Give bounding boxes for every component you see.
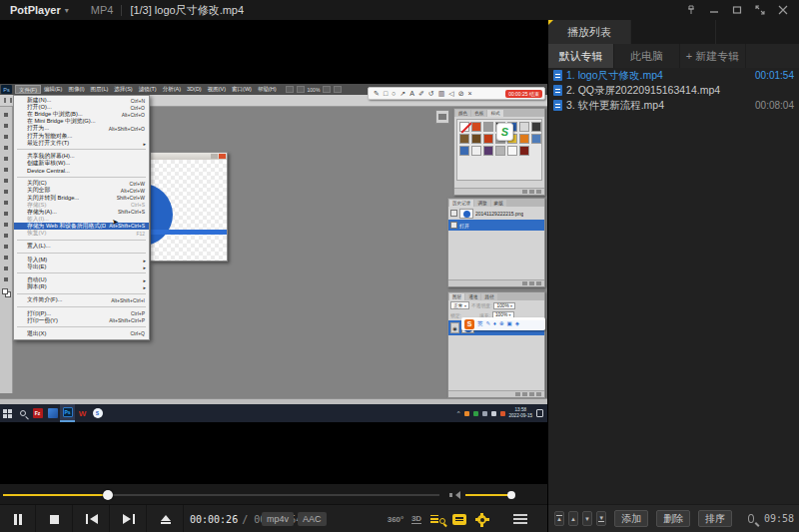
ps-menu-item: 滤镜(T)	[136, 85, 160, 94]
fullscreen-button[interactable]	[752, 3, 768, 17]
seek-bar[interactable]	[3, 494, 439, 496]
tray-expand-icon: ^	[457, 410, 460, 416]
open-file-button[interactable]	[148, 505, 184, 532]
opacity-label: 不透明度:	[471, 302, 492, 308]
bridge-icon	[286, 86, 294, 93]
list-lines-icon	[430, 515, 438, 523]
pin-button[interactable]	[683, 3, 699, 17]
blend-mode-row: 正常 ▾ 不透明度: 100% ▾	[448, 300, 544, 310]
menu-button[interactable]	[507, 505, 533, 532]
move-down-button[interactable]: ▼	[582, 511, 592, 526]
control-bar: 00:00:26 / 00:01:54 mp4v AAC 360° 3D	[0, 504, 547, 532]
ps-document-window	[150, 152, 228, 262]
wps-icon: W	[75, 404, 90, 422]
recorder-tool-icon: 英	[477, 321, 483, 327]
history-step-icon	[450, 222, 457, 229]
video-codec-badge[interactable]: mp4v	[262, 512, 294, 526]
ps-file-menu-item	[17, 177, 146, 178]
ps-file-menu-item: 置入(L)...	[14, 243, 149, 250]
history-step-name: 打开	[459, 223, 469, 229]
previous-button[interactable]	[74, 505, 110, 532]
move-up-button[interactable]: ▲	[568, 511, 578, 526]
hamburger-icon	[513, 514, 527, 524]
gear-icon	[477, 515, 486, 524]
history-step-row: 打开	[448, 220, 544, 231]
playlist-search-button[interactable]	[427, 505, 447, 532]
style-swatch	[471, 146, 481, 156]
seek-progress	[3, 494, 108, 496]
playlist-search-icon[interactable]	[748, 514, 754, 523]
view-3d-button[interactable]: 3D	[407, 505, 425, 532]
playlist-header: 播放列表	[548, 20, 799, 44]
volume-icon[interactable]	[451, 491, 460, 499]
video-area[interactable]: Ps 文件(F) 编辑(E) 图像(I) 图层(L) 选择(S) 滤镜(T)	[0, 20, 547, 484]
playlist-item[interactable]: 2. QQ录屏20220915163414.mp4	[548, 83, 799, 98]
maximize-icon	[732, 5, 742, 15]
stop-button[interactable]	[37, 505, 73, 532]
delete-button[interactable]: 删除	[656, 510, 690, 527]
recorder-tool-icon: ◈	[515, 321, 519, 327]
volume-thumb[interactable]	[507, 491, 515, 499]
ps-menu-list: 文件(F) 编辑(E) 图像(I) 图层(L) 选择(S) 滤镜(T) 分析(A…	[15, 84, 280, 95]
sort-button[interactable]: 排序	[698, 510, 732, 527]
style-swatch	[471, 134, 481, 144]
playlist-item[interactable]: 3. 软件更新流程.mp4 00:08:04	[548, 98, 799, 113]
style-swatch	[531, 122, 541, 132]
sogou-icon: S	[90, 404, 105, 422]
subtitle-icon	[452, 514, 466, 525]
capture-app-logo: S	[496, 123, 513, 141]
recording-stop-badge: 00:00:25 结束	[505, 90, 542, 98]
playlist-item[interactable]: 1. logo尺寸修改.mp4 00:01:54	[548, 68, 799, 83]
snapshot-name: 20141129222215.png	[475, 211, 523, 217]
ps-file-menu: 新建(N)... Ctrl+N 打开(O)... Ctrl+O 在 Bridge…	[13, 95, 150, 340]
playlist-header-slot	[715, 20, 799, 44]
titlebar: PotPlayer ▾ MP4 [1/3] logo尺寸修改.mp4	[0, 0, 799, 20]
folder-app-icon	[45, 404, 60, 422]
maximize-button[interactable]	[729, 3, 745, 17]
ps-tools-panel	[0, 107, 13, 393]
ps-menu-item: 编辑(E)	[41, 85, 65, 94]
style-swatch	[519, 134, 529, 144]
view-360-button[interactable]: 360°	[384, 505, 407, 532]
ps-panel-tab: 图层	[449, 293, 464, 300]
ps-panel-footer	[448, 390, 544, 397]
add-button[interactable]: 添加	[614, 510, 648, 527]
annotation-icons: ✎□○↗A✐↺▥◁⊘×	[374, 90, 472, 97]
settings-button[interactable]	[471, 505, 491, 532]
style-swatch	[459, 134, 469, 144]
system-tray: ^ 13:58 2022-09-15	[457, 407, 547, 419]
playlist-header-slot	[630, 20, 715, 44]
album-tab[interactable]: 此电脑	[614, 44, 680, 68]
audio-codec-badge[interactable]: AAC	[298, 512, 327, 526]
seek-thumb[interactable]	[103, 490, 113, 500]
subtitle-button[interactable]	[449, 505, 469, 532]
pause-button[interactable]	[0, 505, 36, 532]
ps-styles-panel: 颜色色板样式	[453, 108, 545, 196]
app-menu-button[interactable]: PotPlayer ▾	[0, 0, 79, 20]
close-icon	[778, 5, 788, 15]
album-tab[interactable]: 默认专辑	[548, 44, 614, 68]
ps-file-menu-item: 恢复(V) F12	[14, 230, 149, 237]
minimize-button[interactable]	[706, 3, 722, 17]
playlist-item-title: 1. logo尺寸修改.mp4	[566, 69, 751, 83]
ps-history-tabs: 历史记录调整蒙版	[448, 199, 544, 207]
move-up-icon: ▲	[570, 516, 576, 522]
clock-date: 2022-09-15	[509, 413, 533, 419]
volume-slider[interactable]	[465, 494, 513, 496]
screen-mode-icon	[334, 86, 342, 93]
move-top-icon: ▲	[556, 515, 562, 522]
playlist-tab[interactable]: 播放列表	[548, 20, 630, 44]
next-button[interactable]	[111, 505, 147, 532]
album-tab[interactable]: + 新建专辑	[680, 44, 746, 68]
ps-document-titlebar	[151, 153, 227, 160]
close-button[interactable]	[775, 3, 791, 17]
annotation-tool-icon: ○	[392, 90, 396, 97]
move-top-button[interactable]: ▲	[554, 511, 564, 526]
potplayer-window: PotPlayer ▾ MP4 [1/3] logo尺寸修改.mp4	[0, 0, 799, 532]
titlebar-divider	[121, 5, 122, 16]
ps-dock-collapse-icon	[435, 110, 449, 124]
move-bottom-button[interactable]: ▼	[596, 511, 606, 526]
ps-screenshot-frame: Ps 文件(F) 编辑(E) 图像(I) 图层(L) 选择(S) 滤镜(T)	[0, 84, 547, 422]
album-tabs: 默认专辑 此电脑 + 新建专辑	[548, 44, 799, 68]
doc-close-icon	[219, 154, 226, 159]
